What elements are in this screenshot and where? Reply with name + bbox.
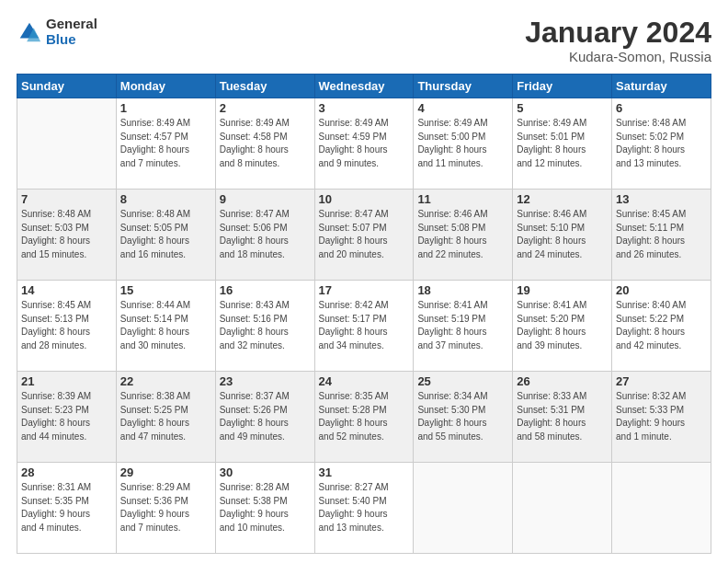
day-number: 2 [220, 101, 311, 115]
day-number: 25 [417, 374, 508, 388]
day-number: 9 [220, 192, 311, 206]
day-info: Sunrise: 8:45 AMSunset: 5:11 PMDaylight:… [616, 208, 707, 261]
day-info: Sunrise: 8:43 AMSunset: 5:16 PMDaylight:… [220, 299, 311, 352]
day-number: 18 [417, 283, 508, 297]
day-info: Sunrise: 8:28 AMSunset: 5:38 PMDaylight:… [220, 481, 311, 534]
logo-blue-text: Blue [46, 32, 97, 48]
day-info: Sunrise: 8:44 AMSunset: 5:14 PMDaylight:… [120, 299, 211, 352]
calendar-week-row-3: 14Sunrise: 8:45 AMSunset: 5:13 PMDayligh… [17, 281, 711, 372]
calendar-week-row-2: 7Sunrise: 8:48 AMSunset: 5:03 PMDaylight… [17, 190, 711, 281]
logo: General Blue [17, 17, 97, 47]
calendar-cell: 24Sunrise: 8:35 AMSunset: 5:28 PMDayligh… [314, 372, 414, 463]
day-info: Sunrise: 8:27 AMSunset: 5:40 PMDaylight:… [319, 481, 410, 534]
day-info: Sunrise: 8:49 AMSunset: 5:01 PMDaylight:… [517, 117, 608, 170]
calendar-header-wednesday: Wednesday [314, 75, 414, 98]
calendar-cell: 2Sunrise: 8:49 AMSunset: 4:58 PMDaylight… [215, 98, 314, 190]
day-number: 22 [120, 374, 211, 388]
calendar-cell [17, 98, 117, 190]
calendar-header-saturday: Saturday [612, 75, 711, 98]
day-info: Sunrise: 8:47 AMSunset: 5:06 PMDaylight:… [220, 208, 311, 261]
day-number: 3 [319, 101, 410, 115]
calendar-cell: 19Sunrise: 8:41 AMSunset: 5:20 PMDayligh… [513, 281, 612, 372]
calendar-cell: 12Sunrise: 8:46 AMSunset: 5:10 PMDayligh… [513, 190, 612, 281]
calendar-cell [414, 463, 513, 554]
calendar-cell: 27Sunrise: 8:32 AMSunset: 5:33 PMDayligh… [612, 372, 711, 463]
calendar-cell [612, 463, 711, 554]
calendar-cell: 10Sunrise: 8:47 AMSunset: 5:07 PMDayligh… [314, 190, 414, 281]
day-info: Sunrise: 8:46 AMSunset: 5:10 PMDaylight:… [517, 208, 608, 261]
day-number: 27 [616, 374, 707, 388]
day-info: Sunrise: 8:35 AMSunset: 5:28 PMDaylight:… [319, 390, 410, 443]
main-title: January 2024 [525, 17, 711, 49]
day-number: 23 [220, 374, 311, 388]
day-info: Sunrise: 8:29 AMSunset: 5:36 PMDaylight:… [120, 481, 211, 534]
day-info: Sunrise: 8:34 AMSunset: 5:30 PMDaylight:… [417, 390, 508, 443]
day-info: Sunrise: 8:45 AMSunset: 5:13 PMDaylight:… [21, 299, 112, 352]
day-number: 4 [417, 101, 508, 115]
calendar-header-thursday: Thursday [414, 75, 513, 98]
day-info: Sunrise: 8:42 AMSunset: 5:17 PMDaylight:… [319, 299, 410, 352]
calendar-cell: 26Sunrise: 8:33 AMSunset: 5:31 PMDayligh… [513, 372, 612, 463]
day-info: Sunrise: 8:41 AMSunset: 5:20 PMDaylight:… [517, 299, 608, 352]
day-number: 20 [616, 283, 707, 297]
day-number: 14 [21, 283, 112, 297]
day-number: 30 [220, 465, 311, 479]
calendar-cell: 14Sunrise: 8:45 AMSunset: 5:13 PMDayligh… [17, 281, 117, 372]
day-info: Sunrise: 8:33 AMSunset: 5:31 PMDaylight:… [517, 390, 608, 443]
day-number: 21 [21, 374, 112, 388]
calendar-cell: 3Sunrise: 8:49 AMSunset: 4:59 PMDaylight… [314, 98, 414, 190]
calendar-header-tuesday: Tuesday [215, 75, 314, 98]
day-number: 29 [120, 465, 211, 479]
day-number: 13 [616, 192, 707, 206]
calendar-cell: 31Sunrise: 8:27 AMSunset: 5:40 PMDayligh… [314, 463, 414, 554]
day-info: Sunrise: 8:49 AMSunset: 4:59 PMDaylight:… [319, 117, 410, 170]
calendar-cell: 7Sunrise: 8:48 AMSunset: 5:03 PMDaylight… [17, 190, 117, 281]
day-number: 12 [517, 192, 608, 206]
header: General Blue January 2024 Kudara-Somon, … [17, 17, 711, 64]
day-info: Sunrise: 8:48 AMSunset: 5:05 PMDaylight:… [120, 208, 211, 261]
day-info: Sunrise: 8:31 AMSunset: 5:35 PMDaylight:… [21, 481, 112, 534]
calendar-cell: 17Sunrise: 8:42 AMSunset: 5:17 PMDayligh… [314, 281, 414, 372]
day-info: Sunrise: 8:46 AMSunset: 5:08 PMDaylight:… [417, 208, 508, 261]
calendar-cell: 29Sunrise: 8:29 AMSunset: 5:36 PMDayligh… [116, 463, 215, 554]
day-info: Sunrise: 8:49 AMSunset: 5:00 PMDaylight:… [417, 117, 508, 170]
day-number: 8 [120, 192, 211, 206]
day-number: 16 [220, 283, 311, 297]
calendar-cell: 4Sunrise: 8:49 AMSunset: 5:00 PMDaylight… [414, 98, 513, 190]
calendar-cell: 15Sunrise: 8:44 AMSunset: 5:14 PMDayligh… [116, 281, 215, 372]
logo-general-text: General [46, 17, 97, 32]
calendar-cell: 22Sunrise: 8:38 AMSunset: 5:25 PMDayligh… [116, 372, 215, 463]
day-number: 19 [517, 283, 608, 297]
calendar-cell: 21Sunrise: 8:39 AMSunset: 5:23 PMDayligh… [17, 372, 117, 463]
day-info: Sunrise: 8:40 AMSunset: 5:22 PMDaylight:… [616, 299, 707, 352]
calendar-cell: 30Sunrise: 8:28 AMSunset: 5:38 PMDayligh… [215, 463, 314, 554]
calendar-cell: 11Sunrise: 8:46 AMSunset: 5:08 PMDayligh… [414, 190, 513, 281]
calendar-header-sunday: Sunday [17, 75, 117, 98]
subtitle: Kudara-Somon, Russia [525, 49, 711, 64]
logo-text: General Blue [46, 17, 97, 47]
day-info: Sunrise: 8:32 AMSunset: 5:33 PMDaylight:… [616, 390, 707, 443]
day-number: 11 [417, 192, 508, 206]
day-info: Sunrise: 8:48 AMSunset: 5:02 PMDaylight:… [616, 117, 707, 170]
calendar-week-row-4: 21Sunrise: 8:39 AMSunset: 5:23 PMDayligh… [17, 372, 711, 463]
day-number: 31 [319, 465, 410, 479]
calendar-week-row-1: 1Sunrise: 8:49 AMSunset: 4:57 PMDaylight… [17, 98, 711, 190]
day-number: 24 [319, 374, 410, 388]
calendar-cell: 1Sunrise: 8:49 AMSunset: 4:57 PMDaylight… [116, 98, 215, 190]
page: General Blue January 2024 Kudara-Somon, … [0, 0, 728, 563]
logo-icon [17, 19, 42, 45]
day-number: 5 [517, 101, 608, 115]
calendar-cell [513, 463, 612, 554]
day-info: Sunrise: 8:38 AMSunset: 5:25 PMDaylight:… [120, 390, 211, 443]
calendar-week-row-5: 28Sunrise: 8:31 AMSunset: 5:35 PMDayligh… [17, 463, 711, 554]
day-number: 26 [517, 374, 608, 388]
calendar-cell: 5Sunrise: 8:49 AMSunset: 5:01 PMDaylight… [513, 98, 612, 190]
day-info: Sunrise: 8:49 AMSunset: 4:58 PMDaylight:… [220, 117, 311, 170]
day-number: 6 [616, 101, 707, 115]
title-block: January 2024 Kudara-Somon, Russia [525, 17, 711, 64]
day-info: Sunrise: 8:37 AMSunset: 5:26 PMDaylight:… [220, 390, 311, 443]
calendar-cell: 9Sunrise: 8:47 AMSunset: 5:06 PMDaylight… [215, 190, 314, 281]
day-info: Sunrise: 8:41 AMSunset: 5:19 PMDaylight:… [417, 299, 508, 352]
calendar-header-row: SundayMondayTuesdayWednesdayThursdayFrid… [17, 75, 711, 98]
calendar-header-friday: Friday [513, 75, 612, 98]
